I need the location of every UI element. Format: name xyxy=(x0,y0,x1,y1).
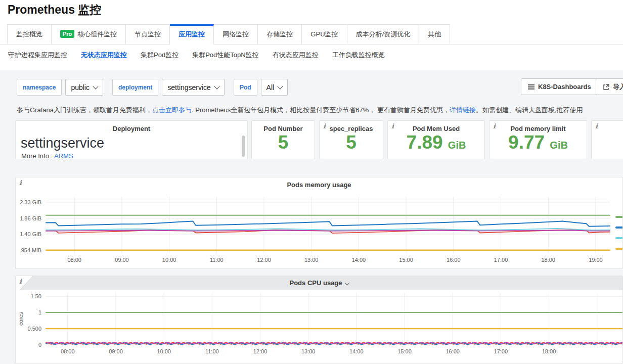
memory-usage-chart[interactable]: 954 MiB1.40 GiB1.86 GiB2.33 GiB08:0009:0… xyxy=(16,177,623,269)
svg-text:11:00: 11:00 xyxy=(210,257,224,263)
subtab-pod-topn-monitor[interactable]: 集群Pod性能TopN监控 xyxy=(192,51,258,60)
promo-banner: 参与Grafana入门训练营，领取首月免费福利，点击立即参与. Promethe… xyxy=(17,106,623,115)
svg-text:2.33 GiB: 2.33 GiB xyxy=(20,199,41,205)
svg-text:13:00: 13:00 xyxy=(301,348,316,354)
info-icon[interactable]: i xyxy=(595,122,598,130)
namespace-label: namespace xyxy=(17,79,62,96)
more-info-text: More Info : ARMS xyxy=(21,152,73,159)
svg-text:19:00: 19:00 xyxy=(589,257,603,263)
subtab-stateful-app-monitor[interactable]: 有状态应用监控 xyxy=(273,51,319,60)
svg-text:17:00: 17:00 xyxy=(494,257,508,263)
svg-text:1.40 GiB: 1.40 GiB xyxy=(20,231,41,237)
filter-row: namespace public deployment settingservi… xyxy=(17,79,297,96)
legend-item-blue[interactable] xyxy=(615,226,623,229)
svg-text:1.86 GiB: 1.86 GiB xyxy=(20,215,41,221)
subtab-stateless-app-monitor[interactable]: 无状态应用监控 xyxy=(81,51,127,60)
external-link-icon xyxy=(603,83,610,90)
info-icon[interactable]: i xyxy=(493,122,496,130)
info-icon[interactable]: i xyxy=(323,122,326,130)
svg-text:12:00: 12:00 xyxy=(253,348,268,354)
svg-text:0.500: 0.500 xyxy=(27,326,41,332)
pod-select[interactable]: All xyxy=(261,79,288,96)
tab-cost-analysis[interactable]: 成本分析/资源优化 xyxy=(347,24,420,44)
deployment-label: deployment xyxy=(112,79,158,96)
legend-item-green[interactable] xyxy=(615,216,623,218)
svg-text:11:00: 11:00 xyxy=(205,348,219,354)
svg-text:0: 0 xyxy=(38,342,41,348)
prometheus-monitoring-page: Prometheus 监控 监控概览 Pro核心组件监控 节点监控 应用监控 网… xyxy=(0,0,623,364)
pod-memory-limit-value: 9.77 GiB xyxy=(490,133,587,153)
pod-number-value: 5 xyxy=(252,133,315,153)
panel-scrollbar[interactable] xyxy=(242,135,245,157)
primary-tabbar: 监控概览 Pro核心组件监控 节点监控 应用监控 网络监控 存储监控 GPU监控… xyxy=(7,24,450,44)
svg-text:08:00: 08:00 xyxy=(67,257,81,263)
page-title: Prometheus 监控 xyxy=(8,2,101,18)
stat-title: Pod Number xyxy=(252,125,315,132)
namespace-select[interactable]: public xyxy=(65,79,103,96)
subtab-daemonset-monitor[interactable]: 守护进程集应用监控 xyxy=(8,51,67,60)
info-icon[interactable]: i xyxy=(19,179,22,187)
details-link[interactable]: 详情链接 xyxy=(450,106,476,114)
arms-link[interactable]: ARMS xyxy=(54,152,73,159)
unit-label: GiB xyxy=(550,140,568,151)
tab-storage-monitor[interactable]: 存储监控 xyxy=(258,24,302,44)
legend-item-cyan[interactable] xyxy=(615,237,623,239)
pod-label: Pod xyxy=(234,79,257,96)
tab-monitor-overview[interactable]: 监控概览 xyxy=(7,24,52,44)
chevron-down-icon xyxy=(214,83,219,89)
k8s-dashboards-button[interactable]: K8S-Dashboards xyxy=(521,78,598,95)
deployment-value: settingservice xyxy=(21,136,247,151)
secondary-tabbar: 守护进程集应用监控 无状态应用监控 集群Pod监控 集群Pod性能TopN监控 … xyxy=(8,51,385,60)
svg-text:14:00: 14:00 xyxy=(352,257,366,263)
menu-icon xyxy=(528,83,535,90)
stat-panel-deployment: Deployment settingservice More Info : AR… xyxy=(15,120,248,159)
deployment-filter: deployment settingservice xyxy=(112,79,225,96)
svg-text:1.50: 1.50 xyxy=(31,293,41,299)
svg-text:15:00: 15:00 xyxy=(397,348,412,354)
pro-badge: Pro xyxy=(60,30,74,38)
svg-text:cores: cores xyxy=(18,312,24,326)
chevron-down-icon xyxy=(93,83,98,89)
stat-panel-pod-memory-limit: i Pod memory limit 9.77 GiB xyxy=(489,120,587,159)
cpu-usage-chart[interactable]: 00.50011.5008:0009:0010:0011:0012:0013:0… xyxy=(16,276,623,364)
namespace-filter: namespace public xyxy=(17,79,103,96)
tab-others[interactable]: 其他 xyxy=(419,24,450,44)
subtab-cluster-pod-monitor[interactable]: 集群Pod监控 xyxy=(141,51,179,60)
stat-title: Deployment xyxy=(16,125,247,132)
pod-mem-used-value: 7.89 GiB xyxy=(388,133,484,153)
stat-panel-spec-replicas: i spec_replicas 5 xyxy=(319,120,383,159)
svg-text:13:00: 13:00 xyxy=(304,257,319,263)
svg-text:1: 1 xyxy=(38,309,41,315)
tab-app-monitor[interactable]: 应用监控 xyxy=(170,24,214,44)
import-grafana-button[interactable]: 导入 G xyxy=(596,78,623,95)
deployment-select[interactable]: settingservice xyxy=(162,79,225,96)
svg-text:08:00: 08:00 xyxy=(61,348,75,354)
info-icon[interactable]: i xyxy=(19,278,22,285)
info-icon[interactable]: i xyxy=(391,122,394,130)
svg-text:954 MiB: 954 MiB xyxy=(21,247,41,253)
stat-panel-pod-number: Pod Number 5 xyxy=(251,120,315,159)
unit-label: GiB xyxy=(448,140,466,151)
stat-panel-pod-mem-used: i Pod Mem Used 7.89 GiB xyxy=(387,120,485,159)
svg-text:12:00: 12:00 xyxy=(257,257,271,263)
tab-core-components[interactable]: Pro核心组件监控 xyxy=(52,24,126,44)
tab-network-monitor[interactable]: 网络监控 xyxy=(214,24,258,44)
join-now-link[interactable]: 点击立即参与 xyxy=(152,106,192,114)
chevron-down-icon xyxy=(277,83,283,89)
svg-text:18:00: 18:00 xyxy=(541,257,555,263)
svg-text:10:00: 10:00 xyxy=(157,348,171,354)
svg-text:10:00: 10:00 xyxy=(162,257,176,263)
subtab-workload-overview[interactable]: 工作负载监控概览 xyxy=(332,51,385,60)
svg-text:18:00: 18:00 xyxy=(542,348,556,354)
svg-text:15:00: 15:00 xyxy=(399,257,413,263)
stat-panel-partial: i xyxy=(591,120,623,159)
legend-item-orange[interactable] xyxy=(615,248,623,250)
tab-gpu-monitor[interactable]: GPU监控 xyxy=(302,24,347,44)
spec-replicas-value: 5 xyxy=(320,133,383,153)
pod-filter: Pod All xyxy=(234,79,288,96)
svg-text:17:00: 17:00 xyxy=(494,348,508,354)
stat-title: Pod memory limit xyxy=(490,125,587,132)
memory-chart-panel: i Pods memory usage 954 MiB1.40 GiB1.86 … xyxy=(15,177,623,269)
svg-text:09:00: 09:00 xyxy=(115,257,129,263)
tab-node-monitor[interactable]: 节点监控 xyxy=(126,24,170,44)
